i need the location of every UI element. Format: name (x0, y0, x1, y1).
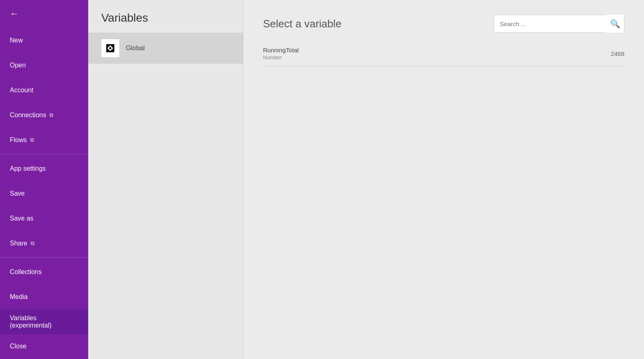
variable-value: 2468 (611, 50, 624, 57)
sidebar-item-account[interactable]: Account (0, 78, 88, 103)
page-title: Variables (88, 0, 243, 33)
external-link-icon: ⧉ (49, 112, 53, 118)
variable-name: RunningTotal (263, 47, 299, 54)
variable-info: RunningTotal Number (263, 47, 299, 60)
global-scope-icon (101, 39, 119, 57)
sidebar-item-connections[interactable]: Connections ⧉ (0, 103, 88, 128)
sidebar-item-flows[interactable]: Flows ⧉ (0, 128, 88, 153)
search-input[interactable] (494, 20, 606, 27)
variables-list: RunningTotal Number 2468 (243, 41, 644, 67)
sidebar: ← New Open Account Connections ⧉ Flows ⧉… (0, 0, 88, 359)
external-link-icon: ⧉ (31, 240, 34, 247)
sidebar-item-label: Flows (10, 136, 27, 144)
sidebar-item-variables[interactable]: Variables (experimental) (0, 309, 88, 334)
variable-row[interactable]: RunningTotal Number 2468 (263, 41, 624, 67)
sidebar-divider (0, 154, 88, 154)
sidebar-item-label: Close (10, 343, 27, 350)
sidebar-item-label: Save as (10, 215, 33, 222)
middle-panel: Variables Global (88, 0, 243, 359)
sidebar-item-label: New (10, 37, 23, 44)
sidebar-item-label: Media (10, 293, 28, 301)
search-icon: 🔍 (610, 19, 620, 29)
sidebar-item-save-as[interactable]: Save as (0, 206, 88, 231)
sidebar-item-label: App settings (10, 165, 46, 172)
back-arrow-icon: ← (10, 9, 19, 19)
select-variable-title: Select a variable (263, 18, 341, 30)
scope-global-item[interactable]: Global (88, 33, 243, 64)
sidebar-item-label: Connections (10, 111, 46, 119)
sidebar-item-label: Open (10, 62, 26, 69)
sidebar-item-save[interactable]: Save (0, 181, 88, 206)
scope-label: Global (126, 45, 145, 52)
sidebar-item-new[interactable]: New (0, 28, 88, 53)
sidebar-item-label: Save (10, 190, 25, 197)
sidebar-item-label: Variables (experimental) (10, 314, 78, 329)
right-header: Select a variable 🔍 (243, 0, 644, 41)
sidebar-item-app-settings[interactable]: App settings (0, 156, 88, 181)
sidebar-item-close[interactable]: Close (0, 334, 88, 359)
sidebar-item-label: Account (10, 87, 33, 94)
sidebar-divider (0, 257, 88, 258)
sidebar-item-open[interactable]: Open (0, 53, 88, 78)
sidebar-item-label: Share (10, 240, 27, 247)
external-link-icon: ⧉ (30, 137, 34, 143)
sidebar-item-collections[interactable]: Collections (0, 259, 88, 284)
sidebar-item-label: Collections (10, 268, 42, 276)
right-panel: Select a variable 🔍 RunningTotal Number … (243, 0, 644, 359)
sidebar-item-share[interactable]: Share ⧉ (0, 231, 88, 256)
variable-type: Number (263, 54, 299, 60)
back-button[interactable]: ← (0, 0, 88, 28)
search-button[interactable]: 🔍 (606, 15, 624, 33)
sidebar-item-media[interactable]: Media (0, 284, 88, 309)
search-box: 🔍 (494, 15, 624, 33)
